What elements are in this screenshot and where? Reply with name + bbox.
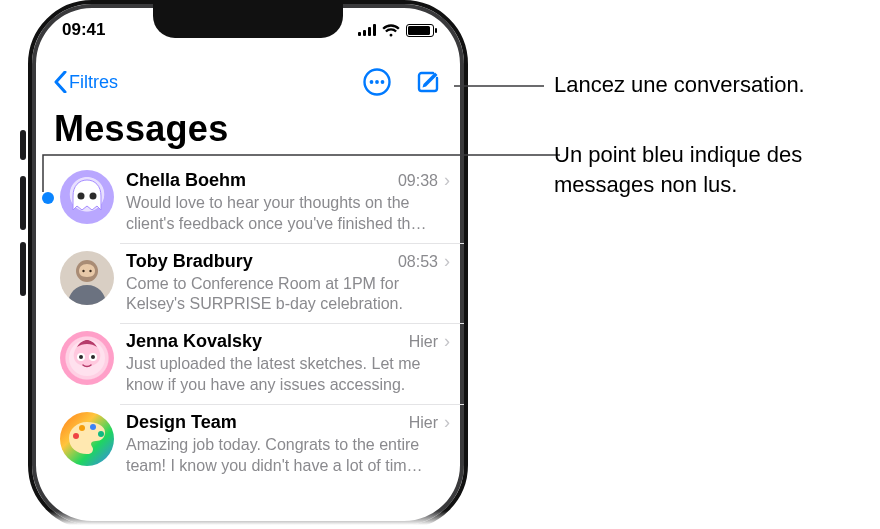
- svg-point-17: [98, 431, 104, 437]
- cellular-signal-icon: [358, 24, 376, 36]
- conversation-row[interactable]: Design Team Hier › Amazing job today. Co…: [32, 404, 464, 485]
- iphone-frame: 09:41 Filtres M: [28, 0, 468, 529]
- phone-ringer-switch: [20, 130, 26, 160]
- conversation-list: Chella Boehm 09:38 › Would love to hear …: [32, 162, 464, 484]
- svg-point-3: [381, 80, 385, 84]
- conversation-row[interactable]: Jenna Kovalsky Hier › Just uploaded the …: [32, 323, 464, 404]
- svg-point-16: [90, 424, 96, 430]
- callout-compose: Lancez une conversation.: [554, 70, 805, 100]
- conversation-row[interactable]: Toby Bradbury 08:53 › Come to Conference…: [32, 243, 464, 324]
- avatar: [60, 251, 114, 305]
- conversation-time: 08:53: [398, 253, 438, 271]
- avatar: [60, 412, 114, 466]
- chevron-left-icon: [54, 71, 67, 93]
- phone-volume-up-button: [20, 176, 26, 230]
- svg-point-15: [79, 425, 85, 431]
- callout-leader-line: [40, 152, 560, 202]
- phone-volume-down-button: [20, 242, 26, 296]
- svg-point-14: [73, 433, 79, 439]
- svg-point-2: [375, 80, 379, 84]
- conversation-time: Hier: [409, 333, 438, 351]
- back-label: Filtres: [69, 72, 118, 93]
- conversation-preview: Just uploaded the latest sketches. Let m…: [126, 354, 450, 396]
- conversation-name: Design Team: [126, 412, 401, 433]
- chevron-right-icon: ›: [444, 252, 450, 270]
- avatar: [60, 331, 114, 385]
- conversation-name: Jenna Kovalsky: [126, 331, 401, 352]
- svg-point-13: [91, 355, 95, 359]
- svg-point-7: [82, 269, 84, 271]
- compose-button[interactable]: [414, 68, 442, 96]
- conversation-time: Hier: [409, 414, 438, 432]
- ellipsis-circle-icon: [362, 67, 392, 97]
- conversation-name: Toby Bradbury: [126, 251, 390, 272]
- back-button[interactable]: Filtres: [54, 71, 118, 93]
- conversation-preview: Come to Conference Room at 1PM for Kelse…: [126, 274, 450, 316]
- svg-point-1: [370, 80, 374, 84]
- conversation-preview: Amazing job today. Congrats to the entir…: [126, 435, 450, 477]
- status-bar: 09:41: [32, 18, 464, 42]
- wifi-icon: [382, 23, 400, 37]
- callout-leader-line: [454, 76, 544, 96]
- chevron-right-icon: ›: [444, 332, 450, 350]
- svg-point-8: [89, 269, 91, 271]
- svg-point-12: [79, 355, 83, 359]
- fade-mask: [20, 511, 476, 529]
- more-button[interactable]: [362, 67, 392, 97]
- status-time: 09:41: [62, 20, 105, 40]
- nav-bar: Filtres: [32, 64, 464, 100]
- callout-unread: Un point bleu indique des messages non l…: [554, 140, 864, 199]
- compose-icon: [414, 68, 442, 96]
- chevron-right-icon: ›: [444, 413, 450, 431]
- page-title: Messages: [54, 108, 229, 150]
- battery-icon: [406, 24, 434, 37]
